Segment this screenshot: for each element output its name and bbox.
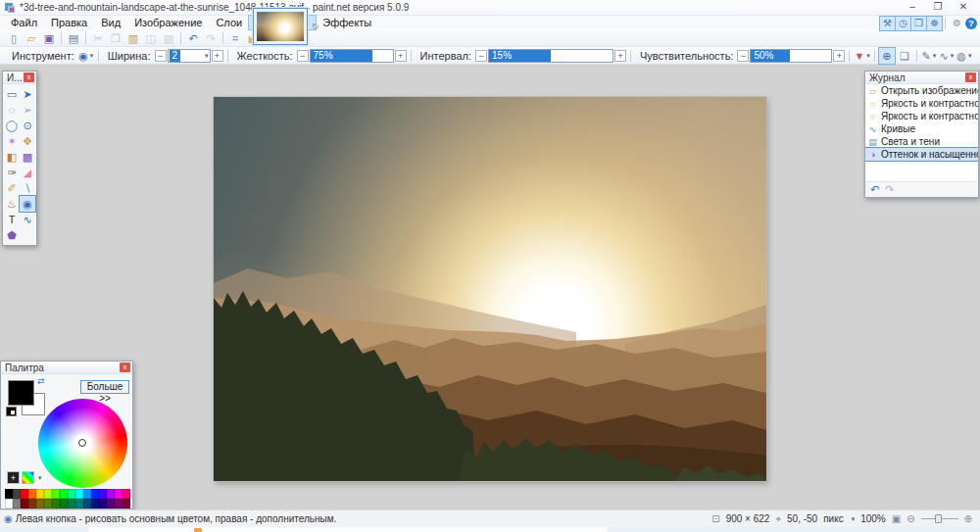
tool-recolor[interactable]: ◉ xyxy=(20,196,35,212)
image-tab[interactable] xyxy=(253,8,308,45)
zoom-level-value[interactable]: 100% xyxy=(860,513,886,524)
palette-swatch[interactable] xyxy=(21,499,28,508)
palette-swatch[interactable] xyxy=(83,489,91,499)
tool-zoom-tool[interactable]: ⊙ xyxy=(20,118,35,133)
new-file-button[interactable]: ▯ xyxy=(6,30,22,46)
palette-swatch[interactable] xyxy=(52,499,60,508)
tool-ellipse-select[interactable]: ◯ xyxy=(4,118,20,133)
history-panel-titlebar[interactable]: Журнал x xyxy=(865,72,978,84)
toggle-tools-button[interactable]: ⚒ xyxy=(880,17,895,30)
tool-rectangle-select[interactable]: ▭ xyxy=(4,86,20,102)
tool-pencil[interactable]: ✐ xyxy=(4,180,20,196)
fit-window-icon[interactable]: ▣ xyxy=(892,513,901,524)
tool-shapes[interactable]: ⬟ xyxy=(4,227,20,243)
menu-item-6[interactable]: Эффекты xyxy=(316,16,378,29)
palette-swatch[interactable] xyxy=(60,499,68,508)
palette-swatch[interactable] xyxy=(28,499,36,508)
sensitivity-increase-button[interactable]: + xyxy=(833,50,845,62)
grid-toggle-button[interactable]: ⌗ xyxy=(227,30,243,46)
close-icon[interactable]: x xyxy=(120,363,130,372)
undo-icon[interactable]: ↶ xyxy=(870,183,879,196)
history-item-1[interactable]: ☼Яркость и контрастность xyxy=(865,97,978,110)
tool-clone-stamp[interactable]: ♨ xyxy=(4,196,20,212)
zoom-in-icon[interactable]: ⊕ xyxy=(964,513,972,524)
width-combobox[interactable]: 2 ▾ xyxy=(168,49,211,63)
tool-line-curve[interactable]: ∿ xyxy=(20,212,35,227)
interval-slider[interactable]: 15% xyxy=(488,49,613,63)
swap-colors-icon[interactable]: ⇄ xyxy=(37,376,45,386)
restore-button[interactable]: ❐ xyxy=(925,0,951,15)
deselect-button[interactable]: ▧ xyxy=(161,30,176,46)
menu-item-3[interactable]: Изображение xyxy=(127,16,209,29)
palette-swatch[interactable] xyxy=(99,489,107,499)
palette-swatch[interactable] xyxy=(75,499,83,508)
palette-swatch[interactable] xyxy=(21,489,28,499)
tool-eraser[interactable]: ◢ xyxy=(20,165,35,180)
color-wheel-selector[interactable] xyxy=(78,439,86,447)
palette-swatch[interactable] xyxy=(68,489,75,499)
sensitivity-decrease-button[interactable]: − xyxy=(737,50,749,62)
menu-item-4[interactable]: Слои xyxy=(209,16,249,29)
interval-increase-button[interactable]: + xyxy=(614,50,626,62)
redo-icon[interactable]: ↷ xyxy=(885,183,894,196)
minimize-button[interactable]: – xyxy=(900,0,925,15)
palette-swatch[interactable] xyxy=(44,489,52,499)
interval-decrease-button[interactable]: − xyxy=(475,50,487,62)
tool-lasso-select[interactable]: ◌ xyxy=(4,102,20,118)
toggle-colors-button[interactable]: ☸ xyxy=(927,17,942,30)
toggle-history-button[interactable]: ◷ xyxy=(896,17,910,30)
close-icon[interactable]: x xyxy=(965,73,976,82)
help-button[interactable]: ? xyxy=(965,18,977,29)
units-value[interactable]: пикс xyxy=(823,513,844,524)
palette-swatch[interactable] xyxy=(107,489,115,499)
open-file-button[interactable]: ▱ xyxy=(24,30,39,46)
sampling-mode-button[interactable]: ◍▾ xyxy=(956,48,972,64)
copy-button[interactable]: ❐ xyxy=(108,30,123,46)
palette-swatch[interactable] xyxy=(5,489,13,499)
add-color-icon[interactable]: + xyxy=(7,471,20,484)
color-mode-swatch[interactable] xyxy=(6,407,17,416)
menu-item-1[interactable]: Правка xyxy=(44,16,94,29)
canvas-image[interactable] xyxy=(214,97,766,481)
tool-text[interactable]: T xyxy=(4,212,20,227)
zoom-slider-thumb[interactable] xyxy=(935,514,942,523)
sensitivity-slider[interactable]: 50% xyxy=(750,49,832,63)
zoom-slider[interactable] xyxy=(921,513,958,524)
zoom-out-icon[interactable]: ⊖ xyxy=(906,513,914,524)
menu-item-2[interactable]: Вид xyxy=(94,16,127,29)
undo-button[interactable]: ↶ xyxy=(185,30,201,46)
palette-swatch[interactable] xyxy=(83,499,91,508)
tool-magic-wand[interactable]: ✶ xyxy=(4,133,20,149)
menu-item-0[interactable]: Файл xyxy=(4,16,44,29)
antialiasing-button[interactable]: ⊕ xyxy=(879,48,895,64)
width-decrease-button[interactable]: − xyxy=(155,50,167,62)
tool-move-selected-pixels[interactable]: ➤ xyxy=(20,86,35,102)
palette-swatch[interactable] xyxy=(115,489,122,499)
pixel-sampling-button[interactable]: ❏ xyxy=(897,48,912,64)
palette-swatch[interactable] xyxy=(36,499,44,508)
cut-button[interactable]: ✂ xyxy=(90,30,106,46)
tools-panel-titlebar[interactable]: И... x xyxy=(3,72,36,84)
history-item-5[interactable]: ◑Оттенок и насыщенность xyxy=(865,148,978,161)
palette-swatch[interactable] xyxy=(13,499,21,508)
settings-button[interactable]: ⚙ xyxy=(950,17,964,30)
blend-mode-button[interactable]: ✎▾ xyxy=(921,48,937,64)
palette-list-icon[interactable] xyxy=(22,471,34,484)
tool-paint-bucket[interactable]: ◧ xyxy=(4,149,20,165)
history-item-4[interactable]: ▤Света и тени xyxy=(865,135,978,148)
tool-gradient[interactable]: ▩ xyxy=(20,149,35,165)
primary-color-swatch[interactable] xyxy=(8,380,34,406)
tool-pan[interactable]: ✥ xyxy=(20,133,35,149)
palette-swatch[interactable] xyxy=(60,489,68,499)
palette-swatch[interactable] xyxy=(91,489,99,499)
palette-swatch[interactable] xyxy=(99,499,107,508)
palette-swatch[interactable] xyxy=(68,499,75,508)
hardness-decrease-button[interactable]: − xyxy=(297,50,309,62)
caret-down-icon[interactable]: ▾ xyxy=(852,515,856,523)
palette-swatch[interactable] xyxy=(107,499,115,508)
history-item-2[interactable]: ☼Яркость и контрастность xyxy=(865,110,978,122)
redo-button[interactable]: ↷ xyxy=(203,30,219,46)
palette-swatch[interactable] xyxy=(28,489,36,499)
caret-down-icon[interactable]: ▾ xyxy=(38,474,42,482)
taskbar-app-icon[interactable] xyxy=(194,528,202,532)
